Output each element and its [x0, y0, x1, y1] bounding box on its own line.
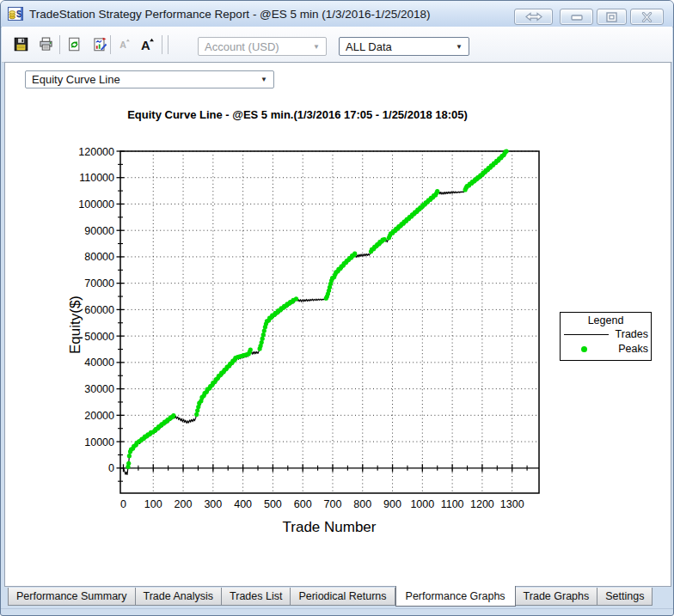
minimize-button[interactable] [560, 9, 593, 25]
legend-label-peaks: Peaks [610, 343, 651, 355]
maximize-icon [606, 12, 617, 22]
svg-text:$: $ [16, 9, 21, 19]
tab-trade-graphs[interactable]: Trade Graphs [516, 588, 598, 606]
legend-entry-peaks: Peaks [561, 342, 651, 356]
toolbar-separator [168, 35, 168, 54]
svg-text:70000: 70000 [84, 278, 114, 290]
svg-text:500: 500 [264, 498, 282, 510]
chevron-down-icon: ▼ [456, 43, 463, 51]
svg-text:1200: 1200 [470, 498, 494, 510]
tab-trade-analysis[interactable]: Trade Analysis [136, 588, 223, 606]
close-icon [641, 12, 653, 22]
minimize-icon [571, 14, 583, 21]
caption-buttons [514, 9, 664, 25]
svg-text:30000: 30000 [84, 383, 114, 395]
tab-performance-graphs[interactable]: Performance Graphs [395, 586, 516, 607]
svg-text:80000: 80000 [84, 251, 114, 263]
svg-text:A: A [141, 39, 150, 52]
svg-text:60000: 60000 [84, 304, 114, 316]
chart-legend: Legend Trades Peaks [560, 312, 652, 361]
svg-text:900: 900 [383, 498, 401, 510]
decrease-font-icon: A [117, 37, 132, 52]
tab-bar: Performance SummaryTrade AnalysisTrades … [4, 587, 670, 608]
svg-text:100000: 100000 [78, 198, 114, 210]
svg-text:40000: 40000 [84, 357, 114, 369]
legend-title: Legend [561, 314, 651, 326]
legend-entry-trades: Trades [561, 327, 651, 341]
peaks-dot-sample [581, 346, 587, 352]
close-button[interactable] [630, 9, 664, 25]
svg-text:600: 600 [294, 498, 312, 510]
data-range-dropdown-value: ALL Data [346, 40, 392, 53]
trades-line-sample [564, 334, 609, 335]
tab-settings[interactable]: Settings [597, 588, 653, 606]
legend-label-trades: Trades [610, 328, 651, 340]
svg-text:100: 100 [144, 498, 162, 510]
dock-icon [525, 12, 542, 21]
toolbar: A A Account (USD) ▼ ALL Data ▼ [2, 27, 672, 63]
account-dropdown[interactable]: Account (USD) ▼ [198, 37, 327, 56]
window-title: TradeStation Strategy Performance Report… [29, 8, 430, 21]
svg-text:1100: 1100 [441, 498, 464, 510]
svg-text:0: 0 [108, 462, 114, 474]
svg-text:300: 300 [204, 498, 222, 510]
account-dropdown-value: Account (USD) [205, 40, 279, 53]
toolbar-separator [59, 35, 60, 54]
titlebar: $ TradeStation Strategy Performance Repo… [1, 1, 673, 27]
data-range-dropdown[interactable]: ALL Data ▼ [339, 37, 469, 56]
svg-text:800: 800 [353, 498, 371, 510]
svg-text:1300: 1300 [500, 498, 524, 510]
svg-text:90000: 90000 [84, 225, 114, 237]
svg-text:A: A [119, 40, 126, 50]
save-icon[interactable] [14, 37, 28, 52]
svg-text:50000: 50000 [84, 331, 114, 343]
svg-text:0: 0 [120, 498, 126, 510]
dock-button[interactable] [514, 9, 553, 25]
report-settings-icon[interactable] [93, 37, 107, 52]
chevron-down-icon: ▼ [313, 43, 320, 51]
equity-curve-chart: 0100200300400500600700800900100011001200… [5, 63, 671, 527]
svg-text:700: 700 [324, 498, 342, 510]
svg-text:10000: 10000 [84, 436, 114, 448]
app-icon: $ [8, 6, 23, 21]
tab-trades-list[interactable]: Trades List [222, 588, 291, 606]
svg-text:200: 200 [175, 498, 193, 510]
svg-text:400: 400 [234, 498, 252, 510]
maximize-button[interactable] [597, 9, 627, 25]
svg-text:1000: 1000 [410, 498, 434, 510]
toolbar-separator [162, 35, 162, 54]
tab-periodical-returns[interactable]: Periodical Returns [291, 588, 395, 606]
refresh-icon[interactable] [67, 37, 82, 52]
increase-font-icon[interactable]: A [139, 37, 154, 52]
svg-text:110000: 110000 [79, 172, 114, 184]
app-window: $ TradeStation Strategy Performance Repo… [0, 0, 674, 616]
toolbar-separator [110, 35, 111, 54]
status-strip [1, 608, 673, 616]
report-content: Equity Curve Line ▼ Equity Curve Line - … [4, 62, 671, 587]
svg-text:20000: 20000 [84, 410, 114, 422]
svg-text:120000: 120000 [78, 146, 114, 158]
tab-performance-summary[interactable]: Performance Summary [8, 588, 136, 606]
print-icon[interactable] [39, 37, 53, 52]
